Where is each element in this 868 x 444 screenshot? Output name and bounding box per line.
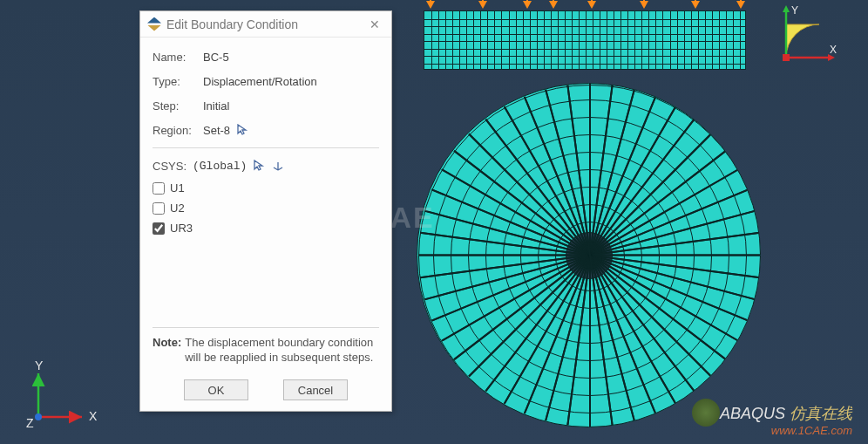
pick-region-icon[interactable] <box>235 123 249 137</box>
cancel-button[interactable]: Cancel <box>283 379 348 400</box>
csys-label: CSYS: <box>153 160 193 173</box>
watermark-bubble <box>692 399 720 427</box>
name-value: BC-5 <box>203 51 229 64</box>
pick-csys-icon[interactable] <box>252 159 266 173</box>
ur3-checkbox[interactable] <box>153 222 165 235</box>
bc-arrow-icon <box>691 1 700 9</box>
triad-z-label: Z <box>26 416 34 430</box>
coord-triad-tr: X Y <box>776 5 837 75</box>
region-label: Region: <box>153 124 203 137</box>
datum-csys-icon[interactable] <box>271 159 285 173</box>
close-icon[interactable]: ✕ <box>365 17 384 31</box>
bc-arrow-icon <box>426 1 435 9</box>
svg-rect-7 <box>783 54 790 61</box>
coord-triad-bl: X Y Z <box>26 361 105 431</box>
edit-boundary-condition-dialog: Edit Boundary Condition ✕ Name: BC-5 Typ… <box>139 10 392 412</box>
rect-mesh-grid <box>424 11 745 69</box>
ur3-label: UR3 <box>170 222 193 235</box>
step-value: Initial <box>203 99 229 113</box>
svg-text:X: X <box>830 44 837 56</box>
step-label: Step: <box>153 99 203 113</box>
bc-arrow-icon <box>640 1 648 9</box>
csys-value: (Global) <box>193 160 247 173</box>
separator <box>153 147 379 148</box>
type-value: Displacement/Rotation <box>203 75 317 88</box>
triad-y-label: Y <box>35 361 44 372</box>
bc-arrow-icon <box>736 1 745 9</box>
bc-arrow-icon <box>478 1 487 9</box>
note-label: Note: <box>153 335 181 365</box>
bc-arrow-icon <box>549 1 558 9</box>
svg-text:Y: Y <box>791 5 798 17</box>
u1-checkbox[interactable] <box>153 182 165 195</box>
rect-mesh <box>424 10 746 70</box>
type-label: Type: <box>153 75 203 88</box>
u2-label: U2 <box>170 202 185 215</box>
dialog-title: Edit Boundary Condition <box>166 17 365 31</box>
svg-marker-6 <box>783 5 790 12</box>
u1-label: U1 <box>170 181 185 195</box>
abaqus-icon <box>147 17 161 31</box>
dialog-titlebar[interactable]: Edit Boundary Condition ✕ <box>140 11 391 38</box>
viewport-3d[interactable]: X Y Z X Y 1CAE ABAQUS 仿真在线 www.1CAE.com <box>0 0 868 444</box>
bc-arrow-icon <box>523 1 532 9</box>
watermark-bottom-right: ABAQUS 仿真在线 www.1CAE.com <box>720 403 852 437</box>
ok-button[interactable]: OK <box>184 379 248 400</box>
disc-mesh <box>417 83 761 427</box>
name-label: Name: <box>153 51 203 64</box>
svg-point-2 <box>35 413 42 420</box>
region-value: Set-8 <box>203 124 230 137</box>
triad-x-label: X <box>89 409 98 423</box>
u2-checkbox[interactable] <box>153 202 165 215</box>
bc-arrow-icon <box>587 1 596 9</box>
note-text: The displacement boundary condition will… <box>185 335 379 365</box>
